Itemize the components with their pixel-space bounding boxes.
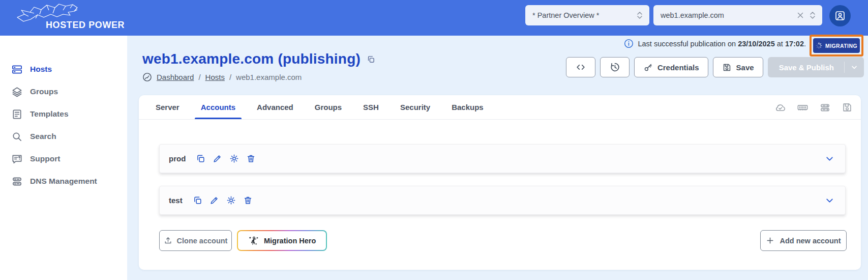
- sidebar-item-groups[interactable]: Groups: [0, 80, 127, 103]
- tab-groups[interactable]: Groups: [304, 95, 352, 119]
- publication-text: Last successful publication on 23/10/202…: [638, 40, 806, 48]
- breadcrumb-link-hosts[interactable]: Hosts: [205, 73, 225, 81]
- copy-hostname-icon[interactable]: [367, 55, 375, 64]
- publication-time: 17:02: [785, 40, 804, 48]
- code-view-button[interactable]: [566, 57, 595, 77]
- migration-hero-label: Migration Hero: [264, 237, 316, 245]
- plus-icon: [766, 236, 774, 245]
- sidebar-item-label: DNS Management: [30, 177, 97, 186]
- breadcrumb-current: web1.example.com: [236, 73, 302, 81]
- account-row-prod: prod: [159, 144, 846, 173]
- save-icon: [722, 63, 732, 72]
- clone-account-button[interactable]: Clone account: [159, 230, 232, 251]
- code-icon: [575, 62, 586, 73]
- save-button[interactable]: Save: [713, 57, 763, 77]
- clear-x-icon[interactable]: [797, 12, 804, 19]
- page-title: web1.example.com (publishing): [142, 51, 361, 67]
- hosted-power-logo: HOSTED POWER: [13, 2, 120, 34]
- top-header: HOSTED POWER * Partner Overview * web1.e…: [0, 0, 868, 36]
- memory-icon[interactable]: [797, 102, 809, 114]
- add-new-account-button[interactable]: Add new account: [760, 230, 847, 251]
- host-select[interactable]: web1.example.com: [653, 5, 822, 25]
- unfold-chevrons-icon: [809, 11, 816, 19]
- breadcrumb: Dashboard / Hosts / web1.example.com: [142, 72, 302, 82]
- sidebar-item-label: Templates: [30, 109, 69, 119]
- tab-ssh[interactable]: SSH: [352, 95, 390, 119]
- history-button[interactable]: [600, 57, 630, 77]
- host-select-value: web1.example.com: [661, 11, 792, 19]
- trash-icon[interactable]: [243, 195, 253, 205]
- sidebar-item-hosts[interactable]: Hosts: [0, 58, 127, 80]
- expand-chevron-down-icon[interactable]: [824, 195, 835, 206]
- resource-icon-group: [774, 102, 853, 114]
- sidebar-item-templates[interactable]: Templates: [0, 103, 127, 125]
- tab-backups[interactable]: Backups: [441, 95, 494, 119]
- copy-icon[interactable]: [196, 154, 205, 163]
- sidebar-item-label: Groups: [30, 87, 58, 96]
- user-avatar-button[interactable]: [829, 5, 851, 26]
- host-toolbar: Credentials Save Save & Publish: [566, 57, 864, 77]
- pencil-icon[interactable]: [213, 154, 222, 163]
- tab-security[interactable]: Security: [390, 95, 441, 119]
- logo-text: HOSTED POWER: [46, 20, 125, 31]
- dashboard-icon: [142, 72, 152, 82]
- annotation-highlight: MIGRATING: [810, 35, 863, 57]
- trash-icon[interactable]: [246, 154, 256, 163]
- floppy-icon[interactable]: [842, 102, 853, 114]
- sidebar-nav: Hosts Groups: [0, 36, 127, 280]
- person-badge-icon: [834, 10, 846, 22]
- cloud-check-icon[interactable]: [774, 102, 786, 114]
- save-publish-button-disabled[interactable]: Save & Publish: [768, 57, 864, 77]
- gear-icon[interactable]: [229, 154, 239, 163]
- chat-support-icon: [11, 153, 23, 165]
- add-new-account-label: Add new account: [780, 237, 841, 245]
- key-icon: [643, 63, 653, 72]
- tab-server[interactable]: Server: [145, 95, 190, 119]
- credentials-label: Credentials: [657, 63, 699, 72]
- migrating-label: MIGRATING: [825, 43, 857, 49]
- host-detail-card: Server Accounts Advanced Groups SSH Secu…: [139, 95, 861, 270]
- server-icon: [11, 64, 23, 75]
- expand-chevron-down-icon[interactable]: [824, 153, 835, 164]
- tab-bar: Server Accounts Advanced Groups SSH Secu…: [139, 95, 861, 120]
- sidebar-item-search[interactable]: Search: [0, 125, 127, 148]
- migrating-status-badge[interactable]: MIGRATING: [813, 38, 860, 53]
- tab-accounts[interactable]: Accounts: [190, 95, 246, 119]
- publication-date: 23/10/2025: [738, 40, 775, 48]
- upload-icon: [164, 236, 172, 245]
- dns-icon: [11, 176, 23, 187]
- sidebar-item-dns-management[interactable]: DNS Management: [0, 170, 127, 192]
- gear-icon[interactable]: [226, 195, 236, 205]
- migration-hero-button[interactable]: Migration Hero: [237, 230, 327, 251]
- unfold-chevrons-icon: [636, 11, 643, 19]
- publication-status: Last successful publication on 23/10/202…: [624, 39, 806, 48]
- partner-overview-value: * Partner Overview *: [532, 11, 631, 19]
- account-name: test: [169, 196, 183, 205]
- breadcrumb-link-dashboard[interactable]: Dashboard: [157, 73, 194, 81]
- app-window: HOSTED POWER * Partner Overview * web1.e…: [0, 0, 868, 280]
- clone-account-label: Clone account: [177, 237, 228, 245]
- hero-icon: [248, 235, 259, 246]
- pencil-icon[interactable]: [209, 195, 219, 205]
- sidebar-item-label: Support: [30, 154, 60, 163]
- server-stack-icon[interactable]: [819, 102, 831, 114]
- save-label: Save: [736, 63, 754, 72]
- copy-icon[interactable]: [193, 195, 202, 205]
- spinner-icon: [816, 42, 822, 49]
- partner-overview-select[interactable]: * Partner Overview *: [525, 5, 649, 25]
- save-publish-label: Save & Publish: [768, 57, 844, 77]
- tab-advanced[interactable]: Advanced: [246, 95, 304, 119]
- info-icon: [624, 39, 634, 48]
- sidebar-item-label: Search: [30, 132, 56, 141]
- search-icon: [11, 131, 23, 143]
- account-name: prod: [169, 154, 186, 163]
- layers-icon: [11, 86, 23, 98]
- account-row-test: test: [159, 186, 846, 215]
- credentials-button[interactable]: Credentials: [634, 57, 708, 77]
- sidebar-item-label: Hosts: [30, 65, 52, 74]
- sidebar-item-support[interactable]: Support: [0, 148, 127, 170]
- history-icon: [609, 62, 620, 73]
- document-icon: [11, 108, 23, 120]
- chevron-down-icon[interactable]: [845, 57, 864, 77]
